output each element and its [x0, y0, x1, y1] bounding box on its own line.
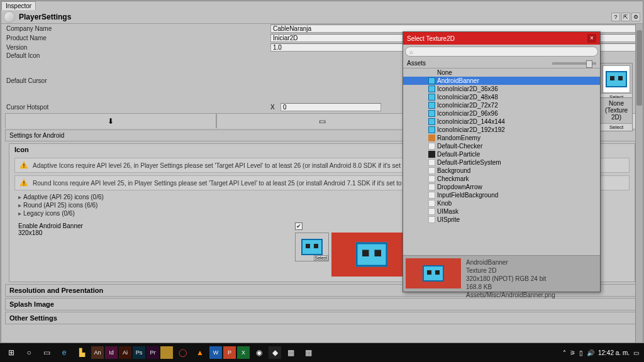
windows-start-button[interactable]: ⊞ — [3, 346, 19, 359]
asset-thumb-icon — [428, 159, 435, 166]
page-title: PlayerSettings — [19, 13, 71, 21]
app-ps-icon[interactable]: Ps — [133, 346, 145, 359]
asset-item-label: InputFieldBackground — [437, 192, 498, 199]
notifications-icon[interactable]: ▭ — [633, 349, 639, 356]
cursor-x-field[interactable] — [280, 103, 381, 111]
default-cursor-card[interactable]: None (Texture 2D) Select — [600, 97, 633, 131]
other-header[interactable]: Other Settings — [5, 312, 639, 324]
asset-thumb-icon — [428, 126, 435, 133]
asset-thumb-icon — [428, 94, 435, 101]
cursor-x-label: X — [270, 104, 280, 111]
platform-tab-ios[interactable]: ▭ — [216, 113, 428, 128]
asset-item[interactable]: Default-Checker — [403, 142, 600, 150]
asset-item[interactable]: IconoIniciar2D_36x36 — [403, 85, 600, 93]
asset-item-label: Knob — [437, 200, 452, 207]
asset-thumb-icon — [428, 102, 435, 109]
company-name-label: Company Name — [6, 25, 270, 32]
search-button[interactable]: ○ — [21, 346, 37, 359]
edge-icon[interactable]: e — [56, 346, 72, 359]
asset-thumb-icon — [428, 208, 435, 215]
asset-item[interactable]: UISprite — [403, 216, 600, 224]
popup-search-input[interactable]: ⌕ — [405, 47, 598, 57]
unity-icon[interactable]: ◆ — [269, 346, 281, 359]
asset-item[interactable]: Default-Particle — [403, 150, 600, 158]
chrome-icon[interactable]: ◉ — [251, 346, 267, 359]
asset-item[interactable]: RandomEnemy — [403, 134, 600, 142]
taskbar-clock[interactable]: ˄ ⚞ ▯ 🔊 12:42 a. m. ▭ — [563, 349, 641, 356]
asset-item[interactable]: None — [403, 69, 600, 77]
asset-item-label: IconoIniciar2D_144x144 — [437, 118, 505, 125]
platform-tab-standalone[interactable]: ⬇ — [5, 113, 216, 128]
banner-preview-icon — [356, 243, 388, 267]
asset-item-label: None — [437, 69, 452, 76]
enable-banner-label: Enable Android Banner — [18, 222, 295, 229]
asset-item-label: IconoIniciar2D_96x96 — [437, 110, 498, 117]
tray-battery-icon[interactable]: ▯ — [579, 349, 583, 356]
popup-close-button[interactable]: × — [587, 34, 596, 43]
asset-thumb-icon — [428, 134, 435, 141]
asset-item[interactable]: Knob — [403, 199, 600, 207]
asset-thumb-icon — [428, 85, 435, 92]
app-icon[interactable]: ▦ — [282, 346, 299, 359]
asset-thumb-icon — [428, 192, 435, 199]
app-icon-2[interactable]: ▦ — [300, 346, 316, 359]
asset-item-label: Background — [437, 167, 470, 174]
asset-item[interactable]: IconoIniciar2D_144x144 — [403, 118, 600, 126]
inspector-scrollbar[interactable] — [635, 24, 643, 343]
asset-item[interactable]: InputFieldBackground — [403, 191, 600, 199]
default-cursor-select[interactable]: Select — [601, 123, 632, 131]
scrollbar-thumb[interactable] — [636, 30, 642, 106]
asset-item[interactable]: DropdownArrow — [403, 183, 600, 191]
opera-icon[interactable]: ◯ — [174, 346, 191, 359]
open-icon[interactable]: ⇱ — [621, 13, 630, 21]
app-pr-icon[interactable]: Pr — [147, 346, 159, 359]
asset-thumb-icon — [428, 77, 435, 84]
banner-face-icon — [301, 239, 323, 255]
tray-up-icon[interactable]: ˄ — [563, 349, 566, 356]
asset-list: NoneAndroidBannerIconoIniciar2D_36x36Ico… — [403, 69, 600, 224]
powerpoint-icon[interactable]: P — [223, 346, 236, 359]
asset-item[interactable]: AndroidBanner — [403, 77, 600, 85]
options-icon[interactable]: ⚙ — [631, 13, 640, 21]
app-generic-icon[interactable] — [160, 346, 173, 359]
preview-type: Texture 2D — [466, 266, 555, 275]
task-view-button[interactable]: ▭ — [38, 346, 55, 359]
assets-tab[interactable]: Assets — [407, 60, 426, 67]
asset-item[interactable]: IconoIniciar2D_48x48 — [403, 93, 600, 101]
zoom-slider[interactable] — [552, 62, 596, 65]
app-an-icon[interactable]: An — [91, 346, 104, 359]
splash-header[interactable]: Splash Image — [5, 298, 639, 310]
default-cursor-none: None (Texture 2D) — [601, 98, 632, 123]
asset-item[interactable]: Background — [403, 167, 600, 175]
enable-banner-checkbox[interactable]: ✔ — [295, 222, 303, 230]
tray-volume-icon[interactable]: 🔊 — [587, 349, 594, 356]
search-icon: ⌕ — [409, 48, 413, 55]
popup-titlebar: Select Texture2D × — [403, 32, 600, 45]
asset-item[interactable]: Default-ParticleSystem — [403, 158, 600, 167]
taskbar: ⊞ ○ ▭ e ▙ An Id Ai Ps Pr ◯ ▲ W P X ◉ ◆ ▦… — [0, 343, 644, 362]
app-id-icon[interactable]: Id — [105, 346, 118, 359]
asset-item[interactable]: IconoIniciar2D_72x72 — [403, 101, 600, 109]
asset-thumb-icon — [428, 69, 435, 76]
asset-item[interactable]: IconoIniciar2D_96x96 — [403, 109, 600, 118]
default-cursor-label: Default Cursor — [6, 77, 270, 102]
help-icon[interactable]: ? — [611, 13, 620, 21]
preview-dims: 320x180 (NPOT) RGB 24 bit — [466, 275, 555, 283]
word-icon[interactable]: W — [209, 346, 222, 359]
banner-thumbnail[interactable]: Select — [295, 233, 329, 261]
asset-item-label: Default-Particle — [437, 151, 480, 158]
explorer-icon[interactable]: ▙ — [74, 346, 90, 359]
preview-thumbnail — [406, 258, 461, 288]
warning-icon — [19, 160, 29, 170]
app-ai-icon[interactable]: Ai — [119, 346, 131, 359]
vlc-icon[interactable]: ▲ — [192, 346, 208, 359]
banner-select-button[interactable]: Select — [314, 255, 328, 261]
asset-item[interactable]: Checkmark — [403, 175, 600, 183]
default-icon-card[interactable]: Select — [600, 63, 633, 101]
asset-item[interactable]: IconoIniciar2D_192x192 — [403, 126, 600, 134]
asset-item[interactable]: UIMask — [403, 207, 600, 216]
excel-icon[interactable]: X — [237, 346, 250, 359]
inspector-tab[interactable]: Inspector — [1, 1, 36, 11]
svg-rect-1 — [23, 167, 24, 168]
tray-wifi-icon[interactable]: ⚞ — [570, 349, 575, 356]
